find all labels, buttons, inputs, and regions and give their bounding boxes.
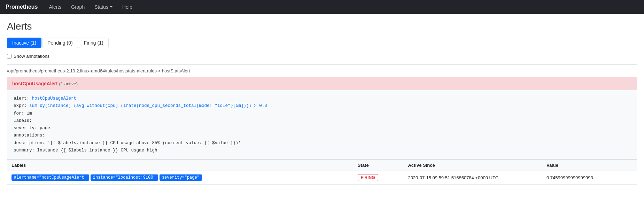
code-severity-label: severity: [14,126,37,131]
code-description-value: '{{ $labels.instance }} CPU usage above … [48,141,241,146]
col-header-state: State [354,160,404,171]
code-summary-label: summary: [14,148,34,153]
alert-table-header-row: Labels State Active Since Value [7,160,637,171]
nav-alerts[interactable]: Alerts [45,1,65,13]
page-title: Alerts [7,21,637,32]
code-alert-value[interactable]: hostCpuUsageAlert [32,96,77,101]
nav-graph[interactable]: Graph [67,1,89,13]
rule-path: /opt/prometheus/prometheus-2.19.2.linux-… [7,64,637,77]
code-line-for: for: 1m [14,110,630,117]
navbar: Prometheus Alerts Graph Status Help [0,0,644,14]
label-tag-instance[interactable]: instance="localhost:9100" [91,174,158,181]
alert-code-block: alert: hostCpuUsageAlert expr: sum by(in… [7,90,637,159]
code-expr-value: sum by(instance) (avg without(cpu) (irat… [29,103,267,108]
tab-firing[interactable]: Firing (1) [79,38,109,48]
code-for-value: 1m [27,111,32,116]
alert-active-count: (1 active) [59,81,78,86]
code-for-label: for: [14,111,24,116]
code-labels-label: labels: [14,118,32,123]
show-annotations-row: Show annotations [7,54,637,59]
code-alert-label: alert: [14,96,29,101]
alert-table: Labels State Active Since Value alertnam… [7,159,637,184]
main-content: Alerts Inactive (1) Pending (0) Firing (… [0,14,644,185]
nav-status-label: Status [94,4,108,10]
alert-group: hostCpuUsageAlert (1 active) alert: host… [7,77,637,185]
col-header-value: Value [542,160,637,171]
show-annotations-label[interactable]: Show annotations [14,54,49,59]
code-summary-value: Instance {{ $labels.instance }} CPU usga… [37,148,157,153]
code-line-expr: expr: sum by(instance) (avg without(cpu)… [14,102,630,110]
label-tag-alertname[interactable]: alertname="hostCpuUsageAlert" [11,174,89,181]
alert-tabs: Inactive (1) Pending (0) Firing (1) [7,38,637,48]
code-line-labels: labels: [14,117,630,125]
code-line-severity: severity: page [14,125,630,132]
navbar-brand[interactable]: Prometheus [6,4,38,10]
nav-help[interactable]: Help [118,1,137,13]
navbar-nav: Alerts Graph Status Help [45,1,136,13]
state-badge: FIRING [358,174,378,181]
row-state-cell: FIRING [354,171,404,184]
col-header-labels: Labels [7,160,354,171]
label-tags: alertname="hostCpuUsageAlert" instance="… [11,174,349,181]
nav-status-dropdown[interactable]: Status [90,1,117,13]
table-row: alertname="hostCpuUsageAlert" instance="… [7,171,637,184]
code-description-label: description: [14,141,45,146]
code-expr-label: expr: [14,103,27,108]
code-line-summary: summary: Instance {{ $labels.instance }}… [14,147,630,154]
code-severity-value: page [40,126,50,131]
code-line-description: description: '{{ $labels.instance }} CPU… [14,140,630,147]
code-line-annotations: annotations: [14,132,630,139]
chevron-down-icon [110,6,112,8]
alert-group-header: hostCpuUsageAlert (1 active) [7,77,637,90]
alert-name[interactable]: hostCpuUsageAlert [12,81,58,86]
row-labels-cell: alertname="hostCpuUsageAlert" instance="… [7,171,354,184]
show-annotations-checkbox[interactable] [7,54,11,58]
row-since-cell: 2020-07-15 09:59:51.516860784 +0000 UTC [404,171,542,184]
alert-table-head: Labels State Active Since Value [7,160,637,171]
code-annotations-label: annotations: [14,133,45,138]
alert-table-body: alertname="hostCpuUsageAlert" instance="… [7,171,637,184]
code-line-alert: alert: hostCpuUsageAlert [14,95,630,102]
label-tag-severity[interactable]: severity="page" [160,174,202,181]
tab-inactive[interactable]: Inactive (1) [7,38,41,48]
col-header-since: Active Since [404,160,542,171]
tab-pending[interactable]: Pending (0) [42,38,78,48]
row-value-cell: 0.74599999999999993 [542,171,637,184]
